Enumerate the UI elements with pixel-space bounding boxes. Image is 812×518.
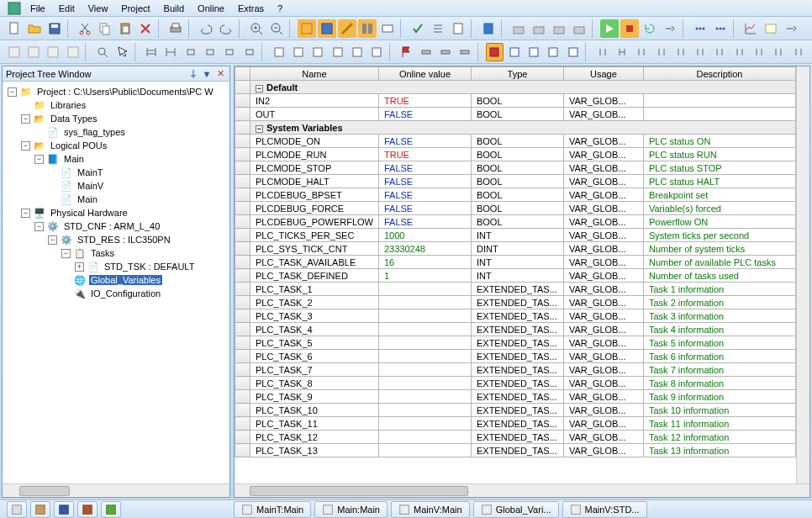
tree-hscrollbar[interactable] xyxy=(3,484,229,497)
ladder1-icon[interactable] xyxy=(142,43,160,61)
cell-description[interactable]: Task 5 information xyxy=(643,336,795,350)
zoom-out-icon[interactable] xyxy=(267,19,286,38)
cell-description[interactable]: Number of tasks used xyxy=(643,269,795,283)
group-row[interactable]: −System Variables xyxy=(235,121,796,135)
cell-description[interactable]: Breakpoint set xyxy=(643,188,795,202)
cell-name[interactable]: PLCMODE_HALT xyxy=(250,175,379,188)
cell-usage[interactable]: VAR_GLOB... xyxy=(563,256,643,269)
fbd5-icon[interactable] xyxy=(348,43,366,61)
menu-project[interactable]: Project xyxy=(114,2,156,15)
cell-type[interactable]: BOOL xyxy=(471,94,563,108)
reset-icon[interactable] xyxy=(641,19,659,38)
cell-usage[interactable]: VAR_GLOB... xyxy=(563,188,643,202)
cell-name[interactable]: PLCDEBUG_POWERFLOW xyxy=(250,215,379,229)
cell-description[interactable]: Task 6 information xyxy=(643,350,795,363)
cell-name[interactable]: PLC_TASK_10 xyxy=(250,404,379,417)
grid-header-row[interactable] xyxy=(235,67,250,81)
menu-build[interactable]: Build xyxy=(157,2,191,15)
view1-icon[interactable] xyxy=(298,19,316,38)
t2-btn[interactable] xyxy=(45,43,62,61)
pin-icon[interactable] xyxy=(187,68,199,80)
variable-row[interactable]: IN2TRUEBOOLVAR_GLOB... xyxy=(235,94,796,108)
tree-tasks[interactable]: −📋Tasks xyxy=(60,246,228,260)
cell-usage[interactable]: VAR_GLOB... xyxy=(563,202,643,215)
variable-row[interactable]: PLC_TASK_1EXTENDED_TAS...VAR_GLOB...Task… xyxy=(235,283,796,296)
fbd6-icon[interactable] xyxy=(368,43,386,61)
cell-type[interactable]: EXTENDED_TAS... xyxy=(471,417,563,431)
list-icon[interactable] xyxy=(429,19,447,38)
chart-icon[interactable] xyxy=(741,19,760,38)
cell-type[interactable]: EXTENDED_TAS... xyxy=(471,350,563,363)
t2-btn[interactable] xyxy=(64,43,82,61)
build2-icon[interactable] xyxy=(530,19,548,38)
coil4-icon[interactable] xyxy=(652,43,670,61)
build1-icon[interactable] xyxy=(509,19,528,38)
search-icon[interactable] xyxy=(93,43,111,61)
cell-value[interactable]: TRUE xyxy=(378,94,471,108)
coil5-icon[interactable] xyxy=(672,43,689,61)
ladder6-icon[interactable] xyxy=(240,43,258,61)
cell-type[interactable]: BOOL xyxy=(471,148,563,161)
menu-view[interactable]: View xyxy=(82,2,115,15)
variable-row[interactable]: PLCDEBUG_FORCEFALSEBOOLVAR_GLOB...Variab… xyxy=(235,202,796,215)
paste-icon[interactable] xyxy=(116,19,134,38)
ladder3-icon[interactable] xyxy=(182,43,199,61)
cell-value[interactable] xyxy=(378,350,471,363)
coil1-icon[interactable] xyxy=(593,43,611,61)
cell-description[interactable]: Number of available PLC tasks xyxy=(643,256,795,269)
cell-description[interactable]: Task 2 information xyxy=(643,296,795,309)
fbd2-icon[interactable] xyxy=(289,43,307,61)
redo-icon[interactable] xyxy=(217,19,235,38)
cell-description[interactable]: Task 13 information xyxy=(643,444,795,457)
cell-usage[interactable]: VAR_GLOB... xyxy=(563,161,643,175)
variable-row[interactable]: PLC_TASK_11EXTENDED_TAS...VAR_GLOB...Tas… xyxy=(235,417,796,431)
cell-value[interactable]: TRUE xyxy=(378,148,471,161)
book-icon[interactable] xyxy=(479,19,498,38)
cell-value[interactable] xyxy=(378,431,471,444)
cell-name[interactable]: PLC_TASK_11 xyxy=(250,417,379,431)
cell-description[interactable]: Task 1 information xyxy=(643,283,795,296)
cell-description[interactable] xyxy=(643,108,795,121)
arrow-icon[interactable] xyxy=(782,19,800,38)
cell-description[interactable]: PLC status STOP xyxy=(643,161,795,175)
tree-libraries[interactable]: 📁Libraries xyxy=(19,98,228,112)
variable-row[interactable]: PLC_TASK_7EXTENDED_TAS...VAR_GLOB...Task… xyxy=(235,363,796,377)
ladder2-icon[interactable] xyxy=(162,43,180,61)
cell-usage[interactable]: VAR_GLOB... xyxy=(563,309,643,323)
cell-type[interactable]: BOOL xyxy=(471,188,563,202)
tree-maint[interactable]: 📄MainT xyxy=(46,166,228,179)
variable-row[interactable]: PLCMODE_RUNTRUEBOOLVAR_GLOB...PLC status… xyxy=(235,148,796,161)
cell-value[interactable]: 1 xyxy=(378,269,471,283)
tree-datatypes[interactable]: −📂Data Types xyxy=(19,112,228,125)
cell-description[interactable]: Task 10 information xyxy=(643,404,795,417)
open-icon[interactable] xyxy=(25,19,44,38)
cell-type[interactable]: EXTENDED_TAS... xyxy=(471,377,563,390)
cell-usage[interactable]: VAR_GLOB... xyxy=(563,269,643,283)
tree-main[interactable]: −📘Main xyxy=(33,152,228,166)
flag-icon[interactable] xyxy=(398,43,415,61)
cell-name[interactable]: PLC_TASK_12 xyxy=(250,431,379,444)
cell-type[interactable]: EXTENDED_TAS... xyxy=(471,309,563,323)
variable-row[interactable]: PLC_TASK_AVAILABLE16INTVAR_GLOB...Number… xyxy=(235,256,796,269)
cell-usage[interactable]: VAR_GLOB... xyxy=(563,229,643,242)
grid-header-online-value[interactable]: Online value xyxy=(378,67,471,81)
editor-tab[interactable]: MainV:STD... xyxy=(562,501,647,518)
tree-io-config[interactable]: 🔌IO_Configuration xyxy=(60,287,228,300)
cell-type[interactable]: BOOL xyxy=(471,135,563,148)
stop-icon[interactable] xyxy=(620,19,639,38)
grid-header-usage[interactable]: Usage xyxy=(563,67,643,81)
cell-name[interactable]: PLC_TASK_13 xyxy=(250,444,379,457)
cell-type[interactable]: EXTENDED_TAS... xyxy=(471,283,563,296)
project-tree[interactable]: −📁Project : C:\Users\Public\Documents\PC… xyxy=(3,82,229,484)
variable-row[interactable]: PLC_TASK_9EXTENDED_TAS...VAR_GLOB...Task… xyxy=(235,390,796,404)
tree-physical-hw[interactable]: −🖥️Physical Hardware xyxy=(19,206,228,219)
cell-description[interactable]: PLC status ON xyxy=(643,135,795,148)
menu-online[interactable]: Online xyxy=(191,2,231,15)
cell-name[interactable]: PLC_TASK_2 xyxy=(250,296,379,309)
cell-description[interactable]: Task 3 information xyxy=(643,309,795,323)
cell-usage[interactable]: VAR_GLOB... xyxy=(563,444,643,457)
cell-type[interactable]: EXTENDED_TAS... xyxy=(471,431,563,444)
debug-sel-icon[interactable] xyxy=(486,43,504,61)
debug-icon[interactable] xyxy=(545,43,562,61)
cell-type[interactable]: EXTENDED_TAS... xyxy=(471,336,563,350)
